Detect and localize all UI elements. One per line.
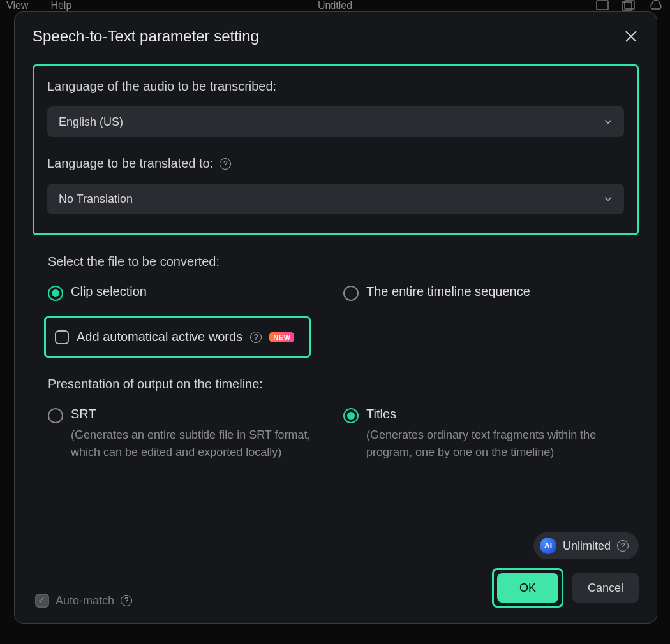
select-source-language[interactable]: English (US) (47, 106, 624, 137)
new-badge: NEW (269, 332, 294, 342)
ok-button[interactable]: OK (497, 573, 558, 603)
svg-rect-0 (597, 1, 608, 10)
background-window-icons (596, 0, 664, 11)
window-icon (622, 0, 636, 11)
ai-unlimited-badge[interactable]: AI Unlimited ? (533, 532, 639, 559)
radio-entire-timeline[interactable]: The entire timeline sequence (343, 284, 639, 301)
cloud-icon (648, 0, 664, 11)
language-section-highlight: Language of the audio to be transcribed:… (33, 64, 639, 235)
radio-clip-selection[interactable]: Clip selection (48, 284, 343, 301)
unlimited-label: Unlimited (563, 539, 611, 553)
radio-description: (Generates an entire subtitle file in SR… (71, 427, 326, 461)
file-radio-group: Clip selection The entire timeline seque… (48, 284, 639, 301)
close-icon[interactable] (623, 29, 639, 44)
chevron-down-icon (604, 117, 613, 126)
help-icon[interactable]: ? (250, 332, 262, 343)
label-source-language: Language of the audio to be transcribed: (47, 79, 624, 94)
radio-label: Clip selection (71, 284, 147, 299)
radio-description: (Generates ordinary text fragments withi… (366, 427, 622, 461)
radio-label: The entire timeline sequence (366, 284, 530, 299)
select-value: English (US) (59, 115, 123, 129)
radio-indicator (343, 286, 359, 301)
radio-label: Titles (366, 407, 622, 421)
button-row: OK Cancel (492, 568, 639, 608)
auto-match-option[interactable]: Auto-match ? (35, 594, 132, 608)
stt-settings-dialog: Speech-to-Text parameter setting Languag… (14, 11, 657, 624)
radio-label: SRT (71, 407, 326, 421)
radio-indicator (48, 408, 63, 423)
background-title: Untitled (318, 0, 352, 11)
label-target-language: Language to be translated to: ? (47, 156, 624, 171)
dialog-footer: Auto-match ? AI Unlimited ? OK Cancel (33, 532, 639, 608)
select-target-language[interactable]: No Translation (47, 184, 624, 214)
radio-indicator (343, 408, 359, 423)
chevron-down-icon (604, 194, 613, 203)
dialog-header: Speech-to-Text parameter setting (33, 27, 639, 45)
label-output-presentation: Presentation of output on the timeline: (48, 377, 639, 392)
menu-help[interactable]: Help (50, 0, 71, 13)
dialog-title: Speech-to-Text parameter setting (33, 27, 259, 45)
ok-button-highlight: OK (492, 568, 563, 608)
checkbox-label: Add automatical active words (77, 330, 242, 344)
checkbox-active-words[interactable] (55, 330, 69, 344)
active-words-highlight: Add automatical active words ? NEW (44, 316, 311, 358)
radio-srt[interactable]: SRT (Generates an entire subtitle file i… (48, 407, 343, 461)
output-radio-group: SRT (Generates an entire subtitle file i… (48, 407, 639, 461)
auto-match-label: Auto-match (56, 594, 114, 608)
label-file-select: Select the file to be converted: (48, 254, 639, 269)
radio-titles[interactable]: Titles (Generates ordinary text fragment… (343, 407, 639, 461)
help-icon[interactable]: ? (617, 540, 629, 552)
help-icon[interactable]: ? (220, 158, 231, 170)
ai-icon: AI (540, 538, 556, 554)
menu-view[interactable]: View (6, 0, 28, 13)
cancel-button[interactable]: Cancel (572, 573, 639, 603)
footer-right: AI Unlimited ? OK Cancel (492, 532, 639, 608)
checkbox-auto-match[interactable] (35, 594, 49, 608)
select-value: No Translation (59, 193, 133, 206)
radio-indicator (48, 286, 63, 301)
help-icon[interactable]: ? (121, 595, 132, 606)
window-icon (596, 0, 609, 11)
